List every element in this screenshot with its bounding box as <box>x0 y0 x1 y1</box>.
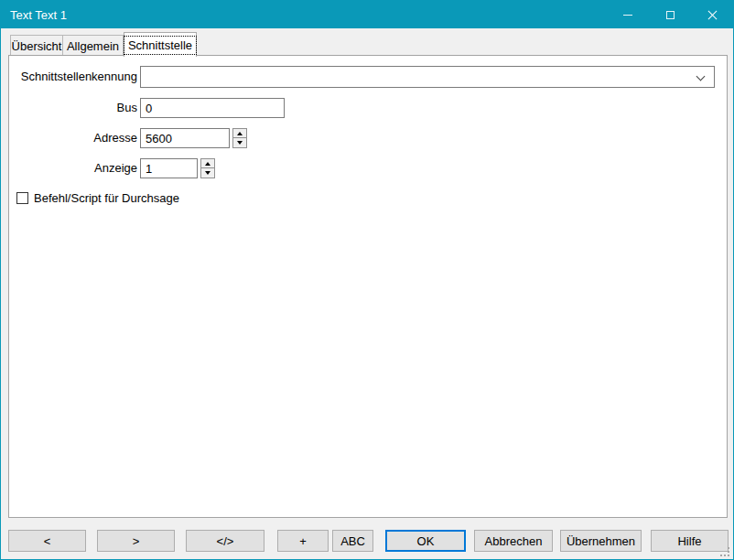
checkbox-box-icon <box>16 192 28 204</box>
bus-label: Bus <box>18 98 137 118</box>
nav-back-button[interactable]: < <box>8 530 86 552</box>
close-button[interactable] <box>691 1 733 28</box>
close-icon <box>707 10 718 20</box>
tab-uebersicht[interactable]: Übersicht <box>10 35 63 56</box>
tab-panel-schnittstelle: Schnittstellenkennung Bus Adresse Anzeig… <box>8 55 728 518</box>
spinner-up-icon <box>237 132 243 135</box>
minimize-icon <box>623 15 632 16</box>
adresse-spinner-down-button[interactable] <box>232 138 247 148</box>
schnittstellenkennung-combobox[interactable] <box>140 66 715 88</box>
tab-label: Schnittstelle <box>124 36 197 55</box>
minimize-button[interactable] <box>607 1 649 28</box>
bus-field[interactable] <box>140 98 285 118</box>
apply-button[interactable]: Übernehmen <box>560 530 642 552</box>
abc-button[interactable]: ABC <box>332 530 373 552</box>
window-controls <box>607 1 733 28</box>
spinner-up-icon <box>205 162 210 166</box>
adresse-spinner <box>232 128 247 148</box>
maximize-icon <box>666 11 675 19</box>
anzeige-label: Anzeige <box>18 158 137 178</box>
adresse-spinner-up-button[interactable] <box>232 128 247 138</box>
schnittstellenkennung-label: Schnittstellenkennung <box>18 67 137 87</box>
tab-label: Übersicht <box>12 39 62 53</box>
ok-button[interactable]: OK <box>385 530 466 552</box>
tab-allgemein[interactable]: Allgemein <box>62 35 124 56</box>
spinner-down-icon <box>205 171 210 175</box>
resize-grip[interactable] <box>728 555 729 556</box>
anzeige-spinner-up-button[interactable] <box>200 158 215 168</box>
cancel-button[interactable]: Abbrechen <box>474 530 553 552</box>
add-button[interactable]: + <box>277 530 329 552</box>
anzeige-spinner <box>200 158 215 178</box>
code-button[interactable]: </> <box>186 530 264 552</box>
tab-schnittstelle[interactable]: Schnittstelle <box>124 32 197 57</box>
anzeige-field[interactable] <box>140 158 198 178</box>
window-title: Text Text 1 <box>1 8 67 22</box>
chevron-down-icon <box>696 72 706 81</box>
titlebar: Text Text 1 <box>1 1 733 28</box>
help-button[interactable]: Hilfe <box>651 530 729 552</box>
nav-forward-button[interactable]: > <box>97 530 175 552</box>
adresse-label: Adresse <box>18 128 137 148</box>
checkbox-label: Befehl/Script für Durchsage <box>34 191 179 205</box>
tab-label: Allgemein <box>67 39 119 53</box>
adresse-field[interactable] <box>140 128 230 148</box>
anzeige-spinner-down-button[interactable] <box>200 168 215 178</box>
befehl-script-checkbox[interactable]: Befehl/Script für Durchsage <box>16 191 179 205</box>
maximize-button[interactable] <box>649 1 691 28</box>
dialog-window: Text Text 1 Übersicht Allgemein Schnitts… <box>0 0 734 560</box>
spinner-down-icon <box>237 141 243 145</box>
